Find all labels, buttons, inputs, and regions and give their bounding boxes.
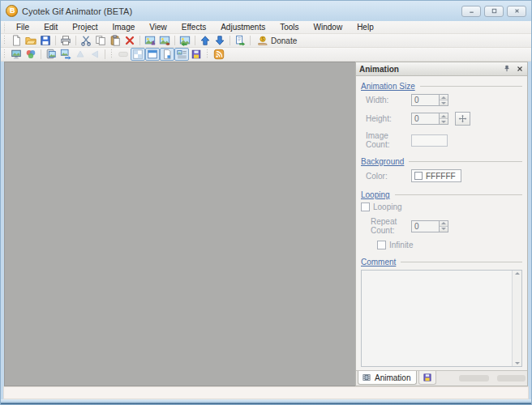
repeat-count-label: Repeat Count: <box>371 217 411 235</box>
height-spinner[interactable]: 0 <box>411 113 448 125</box>
print-button[interactable] <box>58 34 73 47</box>
floppy-icon <box>423 373 432 382</box>
delete-button[interactable] <box>122 34 137 47</box>
minimize-button[interactable] <box>461 6 481 17</box>
panel-body: Animation Size Width: 0 Height: <box>356 76 527 370</box>
paste-frame-button[interactable] <box>44 48 58 61</box>
export-animation-button[interactable] <box>233 34 247 47</box>
resize-arrows-icon <box>458 114 467 123</box>
app-icon <box>6 5 18 17</box>
width-spinner[interactable]: 0 <box>411 94 448 106</box>
width-row: Width: 0 <box>361 94 522 106</box>
toolbar-main-grip[interactable] <box>2 36 6 46</box>
app-window: Cyotek Gif Animator (BETA) File Edit Pro… <box>0 0 532 405</box>
nav-back-button[interactable] <box>88 48 102 61</box>
toolbar-main: Donate <box>1 34 531 48</box>
maximize-button[interactable] <box>484 6 504 17</box>
separator <box>139 36 140 45</box>
resize-button[interactable] <box>455 112 470 126</box>
panel-title: Animation <box>359 65 399 74</box>
toolbar-feed-grip[interactable] <box>205 49 209 60</box>
title-bar: Cyotek Gif Animator (BETA) <box>1 1 531 21</box>
width-spin-down[interactable] <box>440 100 448 105</box>
scroll-up-icon[interactable] <box>515 272 520 275</box>
menu-adjustments[interactable]: Adjustments <box>213 22 272 32</box>
cut-button[interactable] <box>79 34 93 47</box>
donate-label: Donate <box>271 36 297 45</box>
transparency-grid-toggle[interactable] <box>131 48 145 61</box>
comment-section: Comment <box>361 255 522 367</box>
looping-row: Looping <box>361 202 522 211</box>
comment-box <box>361 270 522 367</box>
image-count-row: Image Count: <box>361 131 522 149</box>
toolbar-view <box>1 48 531 62</box>
separator <box>250 36 251 45</box>
separator <box>230 36 230 45</box>
insert-image-button[interactable] <box>157 34 172 47</box>
news-feed-button[interactable] <box>212 48 226 61</box>
main-area: Animation Animation Size Width: 0 <box>1 62 531 386</box>
add-image-button[interactable] <box>143 34 157 47</box>
close-button[interactable] <box>507 6 526 17</box>
draft-mode-button[interactable] <box>116 48 131 61</box>
panel-header: Animation <box>356 62 527 76</box>
open-button[interactable] <box>24 34 38 47</box>
panel-close-icon[interactable] <box>516 65 524 73</box>
menu-project[interactable]: Project <box>65 22 105 32</box>
pin-icon[interactable] <box>503 65 511 73</box>
paste-button[interactable] <box>108 34 122 47</box>
width-label: Width: <box>366 96 411 104</box>
menu-bar: File Edit Project Image View Effects Adj… <box>1 21 531 34</box>
looping-checkbox[interactable] <box>361 202 370 211</box>
scroll-down-icon[interactable] <box>515 362 520 364</box>
menu-help[interactable]: Help <box>350 22 381 32</box>
animation-panel: Animation Animation Size Width: 0 <box>355 62 528 386</box>
menu-grip[interactable] <box>2 23 6 32</box>
separator <box>195 36 195 45</box>
section-animation-size: Animation Size <box>361 82 522 91</box>
menu-effects[interactable]: Effects <box>174 22 213 32</box>
menu-tools[interactable]: Tools <box>272 22 306 32</box>
tab-frames[interactable] <box>418 371 436 385</box>
save-palette-button[interactable] <box>189 48 204 61</box>
copy-button[interactable] <box>93 34 108 47</box>
repeat-count-spinner[interactable]: 0 <box>411 220 448 232</box>
repeat-spin-down[interactable] <box>440 226 448 232</box>
menu-image[interactable]: Image <box>105 22 142 32</box>
color-label: Color: <box>366 172 411 181</box>
blurred-segment <box>497 375 526 382</box>
toolbar-toggle-grip[interactable] <box>109 49 114 60</box>
menu-window[interactable]: Window <box>307 22 350 32</box>
adjust-colors-button[interactable] <box>24 48 38 61</box>
image-count-field[interactable] <box>411 134 448 147</box>
extract-frames-button[interactable] <box>178 34 192 47</box>
height-spin-down[interactable] <box>440 118 448 124</box>
show-titlebar-toggle[interactable] <box>145 48 160 61</box>
menu-edit[interactable]: Edit <box>36 22 65 32</box>
menu-view[interactable]: View <box>142 22 174 32</box>
background-color-picker[interactable]: FFFFFF <box>411 169 461 182</box>
separator <box>105 49 105 59</box>
comment-scrollbar[interactable] <box>512 271 521 366</box>
nav-up-button[interactable] <box>73 48 88 61</box>
new-button[interactable] <box>9 34 24 47</box>
image-count-label: Image Count: <box>366 131 411 149</box>
preview-button[interactable] <box>9 48 24 61</box>
show-page-toggle[interactable] <box>160 48 174 61</box>
move-up-button[interactable] <box>198 34 212 47</box>
blurred-segment <box>459 375 488 382</box>
film-icon <box>362 373 371 382</box>
infinite-checkbox[interactable] <box>377 241 386 249</box>
canvas-workspace <box>4 62 355 386</box>
comment-field[interactable] <box>362 271 512 366</box>
copy-frame-button[interactable] <box>58 48 73 61</box>
move-down-button[interactable] <box>212 34 227 47</box>
toolbar-view-grip[interactable] <box>2 49 6 60</box>
donate-button[interactable]: Donate <box>253 34 301 47</box>
tab-animation[interactable]: Animation <box>358 371 417 385</box>
save-button[interactable] <box>38 34 53 47</box>
window-title: Cyotek Gif Animator (BETA) <box>22 6 132 16</box>
looping-checkbox-label: Looping <box>373 202 402 211</box>
menu-file[interactable]: File <box>9 22 36 32</box>
show-thumbnails-toggle[interactable] <box>174 48 189 61</box>
